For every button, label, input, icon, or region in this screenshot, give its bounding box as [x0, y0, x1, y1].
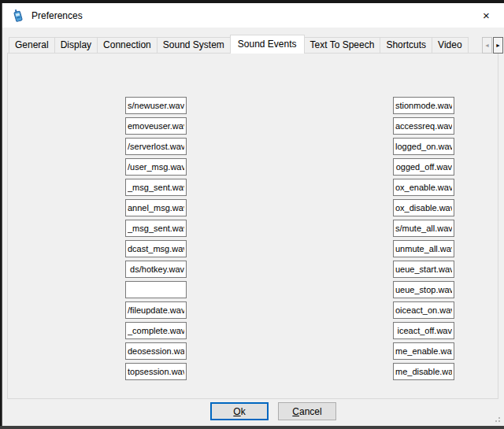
arrow-right-icon: ►	[495, 43, 501, 48]
tab-sound-system[interactable]: Sound System	[157, 37, 231, 54]
sound-file-input[interactable]	[393, 281, 454, 298]
tab-bar: General Display Connection Sound System …	[9, 34, 481, 54]
sound-file-input[interactable]	[393, 220, 454, 237]
tab-shortcuts[interactable]: Shortcuts	[380, 37, 432, 54]
ok-button[interactable]: Ok	[210, 402, 269, 420]
tab-scroll-controls: ◄ ►	[482, 37, 503, 54]
tab-label: Video	[438, 39, 461, 50]
background-window-strip	[0, 426, 504, 429]
sound-file-input[interactable]	[125, 199, 187, 216]
sound-file-input[interactable]	[125, 220, 187, 237]
tab-label: Connection	[103, 39, 151, 50]
tab-text-to-speech[interactable]: Text To Speech	[304, 37, 381, 54]
close-icon: ×	[483, 9, 490, 22]
sound-file-input[interactable]	[125, 117, 187, 135]
resize-grip[interactable]	[492, 414, 500, 422]
sound-file-input[interactable]	[125, 301, 187, 319]
sound-file-input[interactable]	[393, 158, 454, 176]
sound-file-input[interactable]	[125, 97, 187, 114]
sound-file-input[interactable]	[125, 342, 187, 360]
sound-file-input[interactable]	[393, 97, 454, 114]
tab-display[interactable]: Display	[54, 37, 98, 54]
tab-label: Shortcuts	[386, 39, 426, 50]
preferences-dialog: Preferences × General Display Connection…	[2, 3, 504, 426]
sound-file-input[interactable]	[393, 179, 454, 196]
sound-file-input[interactable]	[125, 363, 187, 380]
window-title: Preferences	[32, 10, 83, 21]
sound-file-input[interactable]	[393, 138, 454, 155]
tab-connection[interactable]: Connection	[97, 37, 158, 54]
sound-file-input[interactable]	[125, 179, 187, 196]
sound-file-input[interactable]	[393, 199, 454, 216]
tab-video[interactable]: Video	[432, 37, 468, 54]
sound-file-input[interactable]	[125, 322, 187, 339]
cancel-button[interactable]: Cancel	[278, 402, 336, 420]
tab-label: Sound Events	[238, 39, 297, 50]
tab-scroll-left-button[interactable]: ◄	[482, 37, 492, 54]
tab-label: Sound System	[163, 39, 224, 50]
sound-file-input[interactable]	[393, 342, 454, 360]
tab-scroll-right-button[interactable]: ►	[493, 37, 503, 54]
close-button[interactable]: ×	[469, 3, 504, 28]
tab-label: Text To Speech	[310, 39, 375, 50]
sound-file-input[interactable]	[393, 363, 454, 380]
arrow-left-icon: ◄	[484, 43, 490, 48]
tab-sound-events[interactable]: Sound Events	[230, 35, 305, 54]
tab-label: General	[15, 39, 49, 50]
sound-file-input[interactable]	[125, 240, 187, 257]
sound-file-input[interactable]	[393, 261, 454, 278]
sound-file-input[interactable]	[125, 261, 187, 278]
sound-file-input[interactable]	[393, 301, 454, 319]
titlebar: Preferences ×	[2, 3, 504, 28]
sound-file-input[interactable]	[393, 322, 454, 339]
sound-file-input[interactable]	[125, 138, 187, 155]
sound-file-input[interactable]	[393, 240, 454, 257]
tab-label: Display	[61, 39, 91, 50]
sound-file-input[interactable]	[125, 158, 187, 176]
tab-general[interactable]: General	[9, 37, 55, 54]
sound-file-input[interactable]	[393, 117, 454, 135]
sound-file-input[interactable]	[125, 281, 187, 298]
teamtalk-app-icon	[11, 9, 24, 22]
